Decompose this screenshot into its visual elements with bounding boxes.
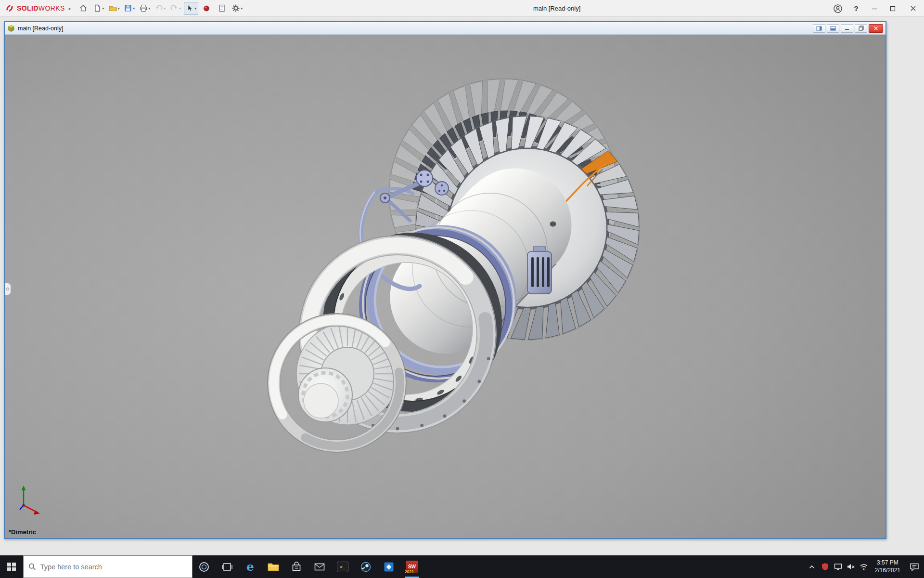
save-button[interactable]: ▾	[122, 2, 137, 15]
view-orientation-label: *Dimetric	[9, 528, 36, 536]
doc-viewport-layout-button[interactable]	[813, 24, 825, 33]
system-tray: 3:57 PM 2/16/2021	[806, 555, 924, 578]
print-button[interactable]: ▾	[138, 2, 152, 15]
document-titlebar[interactable]: main [Read-only]	[5, 22, 886, 35]
search-icon	[28, 563, 36, 571]
app-titlebar: SOLIDWORKS ▸ ▾	[0, 0, 924, 17]
account-button[interactable]	[829, 0, 847, 17]
save-dropdown[interactable]: ▾	[133, 6, 135, 11]
app-window-title: main [Read-only]	[533, 0, 580, 17]
redo-button[interactable]: ▾	[168, 2, 183, 15]
document-properties-icon	[218, 4, 226, 13]
doc-pane-button[interactable]	[827, 24, 839, 33]
media-app-icon[interactable]	[354, 555, 377, 578]
new-document-dropdown[interactable]: ▾	[102, 6, 104, 11]
hidden-icons-button[interactable]	[806, 555, 819, 578]
display-icon	[834, 563, 842, 570]
terminal-app-icon[interactable]: >_	[331, 555, 354, 578]
open-dropdown[interactable]: ▾	[118, 6, 120, 11]
store-app-icon[interactable]	[285, 555, 308, 578]
cortana-icon	[198, 561, 210, 573]
doc-minimize-icon	[845, 26, 849, 31]
select-cursor-icon	[185, 4, 194, 13]
settings-button[interactable]: ▾	[230, 2, 244, 15]
viewport-3d[interactable]: *Dimetric	[5, 35, 886, 538]
account-icon	[833, 4, 843, 13]
home-icon	[79, 4, 88, 13]
new-document-button[interactable]: ▾	[91, 2, 106, 15]
open-button[interactable]: ▾	[107, 2, 121, 15]
solidworks-taskbar-icon: SW 2021	[406, 561, 418, 573]
mail-icon	[314, 562, 325, 572]
cortana-button[interactable]	[192, 555, 216, 578]
select-tool-dropdown[interactable]: ▾	[194, 6, 196, 11]
menu-flyout-icon[interactable]: ▸	[69, 6, 71, 11]
clock-time: 3:57 PM	[875, 559, 900, 567]
help-button[interactable]: ?	[847, 0, 865, 17]
action-center-button[interactable]	[905, 555, 924, 578]
gear-icon	[231, 4, 240, 13]
photos-icon	[383, 561, 395, 573]
doc-restore-icon	[859, 26, 864, 31]
document-properties-button[interactable]	[215, 2, 229, 15]
display-tray-button[interactable]	[832, 555, 845, 578]
file-explorer-app-icon[interactable]	[262, 555, 285, 578]
taskbar-search[interactable]	[23, 555, 192, 578]
volume-tray-button[interactable]	[845, 555, 858, 578]
doc-close-icon	[873, 26, 878, 31]
panel-tab-dot-icon	[6, 288, 9, 290]
save-icon	[124, 4, 132, 13]
media-app-circle-icon	[360, 561, 372, 573]
maximize-icon	[890, 6, 896, 12]
mail-app-icon[interactable]	[308, 555, 331, 578]
undo-dropdown[interactable]: ▾	[164, 6, 166, 11]
minimize-button[interactable]	[865, 0, 884, 17]
network-tray-button[interactable]	[858, 555, 871, 578]
collapsed-panel-tab[interactable]	[5, 283, 11, 295]
new-document-icon	[93, 4, 102, 13]
home-button[interactable]	[76, 2, 90, 15]
close-button[interactable]	[902, 0, 924, 17]
task-view-icon	[221, 562, 233, 572]
file-explorer-icon	[267, 562, 280, 572]
doc-minimize-button[interactable]	[841, 24, 853, 33]
maximize-button[interactable]	[884, 0, 902, 17]
slotted-bracket-part	[527, 247, 552, 294]
engine-model	[5, 35, 886, 538]
security-shield-icon	[821, 563, 829, 571]
windows-logo-icon	[7, 563, 16, 571]
photos-app-icon[interactable]	[377, 555, 400, 578]
redo-dropdown[interactable]: ▾	[179, 6, 181, 11]
appearance-button[interactable]	[199, 2, 214, 15]
doc-close-button[interactable]	[869, 24, 883, 33]
clock-date: 2/16/2021	[875, 567, 900, 575]
document-window: main [Read-only]	[4, 21, 886, 539]
red-sphere-icon	[203, 4, 210, 12]
print-dropdown[interactable]: ▾	[148, 6, 150, 11]
doc-restore-button[interactable]	[855, 24, 867, 33]
edge-app-icon[interactable]: e	[239, 555, 262, 578]
task-view-button[interactable]	[216, 555, 239, 578]
help-icon: ?	[854, 4, 858, 13]
solidworks-brand: SOLIDWORKS	[0, 3, 68, 13]
minimize-icon	[872, 6, 877, 12]
redo-icon	[170, 4, 179, 13]
action-center-icon	[910, 563, 919, 571]
taskbar-clock[interactable]: 3:57 PM 2/16/2021	[871, 559, 905, 574]
store-icon	[291, 562, 302, 572]
solidworks-application: SOLIDWORKS ▸ ▾	[0, 0, 924, 578]
security-tray-button[interactable]	[819, 555, 832, 578]
start-button[interactable]	[0, 555, 23, 578]
terminal-icon: >_	[337, 562, 348, 572]
select-tool-button[interactable]: ▾	[184, 2, 198, 15]
split-view-icon	[816, 26, 822, 31]
solidworks-logo-icon	[5, 3, 14, 13]
settings-dropdown[interactable]: ▾	[241, 6, 243, 11]
undo-button[interactable]: ▾	[153, 2, 167, 15]
search-input[interactable]	[40, 563, 187, 571]
solidworks-app-icon[interactable]: SW 2021	[400, 555, 424, 578]
chevron-up-icon	[809, 565, 815, 569]
solidworks-version-badge: 2021	[405, 569, 414, 574]
close-icon	[910, 5, 916, 12]
pane-view-icon	[830, 26, 836, 31]
